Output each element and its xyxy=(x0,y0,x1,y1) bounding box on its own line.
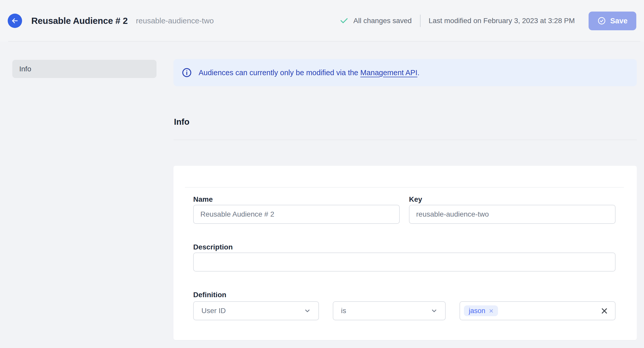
value-chip-label: jason xyxy=(469,307,485,315)
check-icon xyxy=(339,16,349,25)
save-button[interactable]: Save xyxy=(589,12,636,30)
operator-select[interactable]: is xyxy=(333,301,446,320)
name-key-row: Name Key xyxy=(193,195,616,224)
attribute-select-value: User ID xyxy=(201,307,226,315)
name-field-group: Name xyxy=(193,195,400,224)
header-right-group: All changes saved Last modified on Febru… xyxy=(339,12,636,30)
banner-text: Audiences can currently only be modified… xyxy=(199,69,419,77)
chevron-down-icon xyxy=(304,307,311,315)
attribute-select[interactable]: User ID xyxy=(193,301,319,320)
check-circle-icon xyxy=(597,16,606,25)
name-label: Name xyxy=(193,195,400,204)
last-modified-text: Last modified on February 3, 2023 at 3:2… xyxy=(429,17,575,25)
page: Reusable Audience # 2 reusable-audience-… xyxy=(0,0,644,348)
info-banner: Audiences can currently only be modified… xyxy=(173,59,637,86)
sidebar-item-info[interactable]: Info xyxy=(12,60,157,78)
key-field-group: Key xyxy=(409,195,616,224)
description-field-group: Description xyxy=(193,243,616,272)
back-button[interactable] xyxy=(8,14,22,28)
definition-controls: User ID is xyxy=(193,301,616,320)
info-circle-icon xyxy=(182,67,192,78)
page-subtitle: reusable-audience-two xyxy=(136,16,214,25)
definition-field-group: Definition User ID is xyxy=(193,291,616,320)
value-chip: jason xyxy=(464,305,498,316)
banner-text-before-link: Audiences can currently only be modified… xyxy=(199,69,360,77)
key-input[interactable] xyxy=(409,205,616,224)
x-icon xyxy=(600,307,608,315)
save-status-text: All changes saved xyxy=(353,17,412,25)
sidebar-item-label: Info xyxy=(19,65,31,73)
banner-text-suffix: . xyxy=(417,69,419,77)
definition-label: Definition xyxy=(193,291,616,299)
clear-values-button[interactable] xyxy=(600,307,608,315)
chevron-down-icon xyxy=(430,307,438,315)
section-heading: Info xyxy=(174,117,637,127)
top-header-bar: Reusable Audience # 2 reusable-audience-… xyxy=(0,0,644,42)
name-input[interactable] xyxy=(193,205,400,224)
values-tag-input[interactable]: jason xyxy=(460,301,616,320)
save-button-label: Save xyxy=(610,17,628,25)
description-input[interactable] xyxy=(193,253,616,272)
remove-value-icon[interactable] xyxy=(489,308,494,314)
info-card: Name Key Description Definition xyxy=(173,166,637,340)
section-divider xyxy=(173,140,637,140)
card-top-divider xyxy=(185,187,624,188)
header-divider xyxy=(420,15,421,27)
operator-select-value: is xyxy=(341,307,346,315)
main-content: Audiences can currently only be modified… xyxy=(173,59,637,340)
arrow-left-icon xyxy=(11,17,19,25)
page-title: Reusable Audience # 2 xyxy=(31,16,128,26)
management-api-link[interactable]: Management API xyxy=(360,69,417,77)
key-label: Key xyxy=(409,195,616,204)
description-label: Description xyxy=(193,243,616,252)
audience-form: Name Key Description Definition xyxy=(193,195,616,320)
